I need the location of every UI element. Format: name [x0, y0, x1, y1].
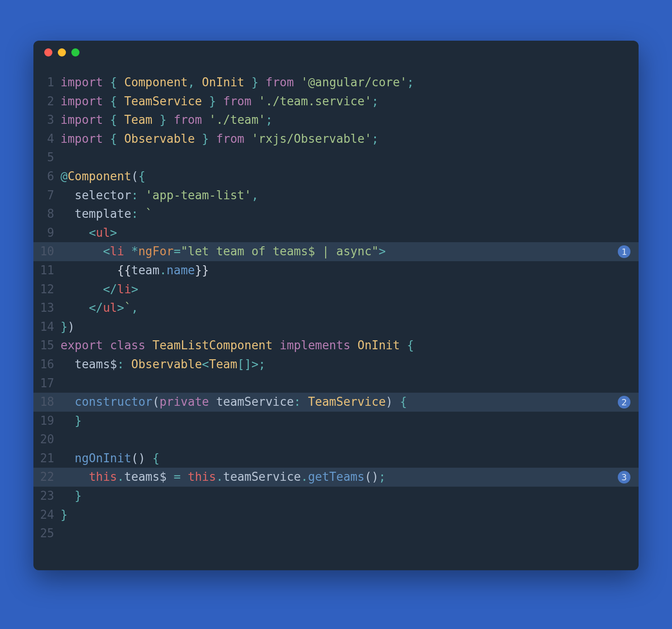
code-token: Observable [124, 132, 195, 146]
annotation-badge[interactable]: 2 [618, 396, 630, 408]
code-token [145, 338, 153, 352]
code-line[interactable]: 2import { TeamService } from './team.ser… [33, 92, 639, 111]
line-number: 24 [33, 506, 61, 525]
code-line[interactable]: 15export class TeamListComponent impleme… [33, 336, 639, 355]
code-content[interactable]: </ul>`, [61, 299, 639, 318]
code-line[interactable]: 13 </ul>`, [33, 299, 639, 318]
code-token: } [159, 113, 167, 127]
code-token: : [131, 188, 139, 202]
code-token [195, 132, 202, 146]
code-line[interactable]: 8 template: ` [33, 205, 639, 224]
code-content[interactable]: import { Observable } from 'rxjs/Observa… [61, 130, 639, 149]
code-token: ul [96, 226, 110, 239]
code-content[interactable]: selector: 'app-team-list', [61, 186, 639, 205]
line-number: 20 [33, 430, 61, 449]
editor-window: 1import { Component, OnInit } from '@ang… [33, 41, 639, 570]
code-line[interactable]: 6@Component({ [33, 167, 639, 186]
code-token: } [252, 75, 259, 89]
code-line[interactable]: 23 } [33, 487, 639, 506]
annotation-badge[interactable]: 1 [618, 245, 630, 258]
code-content[interactable]: constructor(private teamService: TeamSer… [61, 393, 639, 412]
code-content[interactable]: teams$: Observable<Team[]>; [61, 355, 639, 374]
code-content[interactable]: import { TeamService } from './team.serv… [61, 92, 639, 111]
code-token [258, 75, 266, 89]
code-line[interactable]: 3import { Team } from './team'; [33, 111, 639, 130]
code-line[interactable]: 21 ngOnInit() { [33, 449, 639, 468]
code-token: ( [153, 395, 160, 408]
code-content[interactable]: } [61, 487, 639, 506]
code-line[interactable]: 12 </li> [33, 280, 639, 299]
code-token: getTeams [308, 470, 364, 483]
code-content[interactable]: import { Component, OnInit } from '@angu… [61, 73, 639, 92]
code-token: 'rxjs/Observable' [252, 132, 372, 146]
code-token: . [117, 470, 124, 483]
code-content[interactable]: <ul> [61, 224, 639, 243]
code-content[interactable]: {{team.name}} [61, 261, 639, 280]
code-token: teams$ [61, 357, 117, 371]
line-number: 25 [33, 524, 61, 543]
code-token: { [153, 451, 160, 465]
code-content[interactable]: } [61, 412, 639, 431]
code-line[interactable]: 17 [33, 374, 639, 393]
code-token: . [159, 263, 167, 277]
code-token: ` [145, 207, 153, 221]
code-token [400, 338, 407, 352]
line-number: 8 [33, 205, 61, 224]
code-line[interactable]: 4import { Observable } from 'rxjs/Observ… [33, 130, 639, 149]
code-content[interactable]: this.teams$ = this.teamService.getTeams(… [61, 468, 639, 487]
code-token: > [378, 244, 386, 258]
code-editor[interactable]: 1import { Component, OnInit } from '@ang… [33, 64, 639, 570]
code-token: }} [195, 263, 209, 277]
code-token [61, 226, 89, 239]
line-number: 3 [33, 111, 61, 130]
code-line[interactable]: 10 <li *ngFor="let team of teams$ | asyn… [33, 242, 639, 261]
code-token: > [110, 226, 117, 239]
code-line[interactable]: 11 {{team.name}} [33, 261, 639, 280]
code-line[interactable]: 20 [33, 430, 639, 449]
code-content[interactable]: </li> [61, 280, 639, 299]
code-line[interactable]: 19 } [33, 412, 639, 431]
code-line[interactable]: 1import { Component, OnInit } from '@ang… [33, 73, 639, 92]
code-token: li [117, 282, 131, 296]
code-line[interactable]: 14}) [33, 318, 639, 337]
minimize-icon[interactable] [58, 48, 66, 56]
code-content[interactable]: import { Team } from './team'; [61, 111, 639, 130]
code-line[interactable]: 7 selector: 'app-team-list', [33, 186, 639, 205]
code-token: template [75, 207, 131, 221]
maximize-icon[interactable] [71, 48, 79, 56]
code-line[interactable]: 16 teams$: Observable<Team[]>; [33, 355, 639, 374]
line-number: 11 [33, 261, 61, 280]
code-content[interactable]: }) [61, 318, 639, 337]
code-token: './team.service' [258, 94, 371, 108]
code-line[interactable]: 5 [33, 148, 639, 167]
line-number: 5 [33, 148, 61, 167]
code-line[interactable]: 18 constructor(private teamService: Team… [33, 393, 639, 412]
code-token: } [75, 489, 82, 502]
code-line[interactable]: 25 [33, 524, 639, 543]
code-token: this [89, 470, 117, 483]
code-line[interactable]: 24} [33, 506, 639, 525]
code-content[interactable]: ngOnInit() { [61, 449, 639, 468]
code-token: * [131, 244, 139, 258]
code-token [252, 94, 259, 108]
code-token: from [216, 132, 244, 146]
code-content[interactable]: @Component({ [61, 167, 639, 186]
code-content[interactable]: export class TeamListComponent implement… [61, 336, 639, 355]
code-token [61, 263, 117, 277]
code-token: export [61, 338, 103, 352]
code-token [138, 188, 145, 202]
close-icon[interactable] [44, 48, 52, 56]
code-token: Component [68, 169, 131, 183]
code-line[interactable]: 22 this.teams$ = this.teamService.getTea… [33, 468, 639, 487]
code-token [350, 338, 358, 352]
code-line[interactable]: 9 <ul> [33, 224, 639, 243]
code-content[interactable]: <li *ngFor="let team of teams$ | async"> [61, 242, 639, 261]
line-number: 10 [33, 242, 61, 261]
code-content[interactable]: } [61, 506, 639, 525]
code-token: ngFor [138, 244, 173, 258]
code-token: []>; [237, 357, 266, 371]
code-token [167, 113, 174, 127]
code-content[interactable]: template: ` [61, 205, 639, 224]
line-number: 14 [33, 318, 61, 337]
code-token [61, 451, 75, 465]
